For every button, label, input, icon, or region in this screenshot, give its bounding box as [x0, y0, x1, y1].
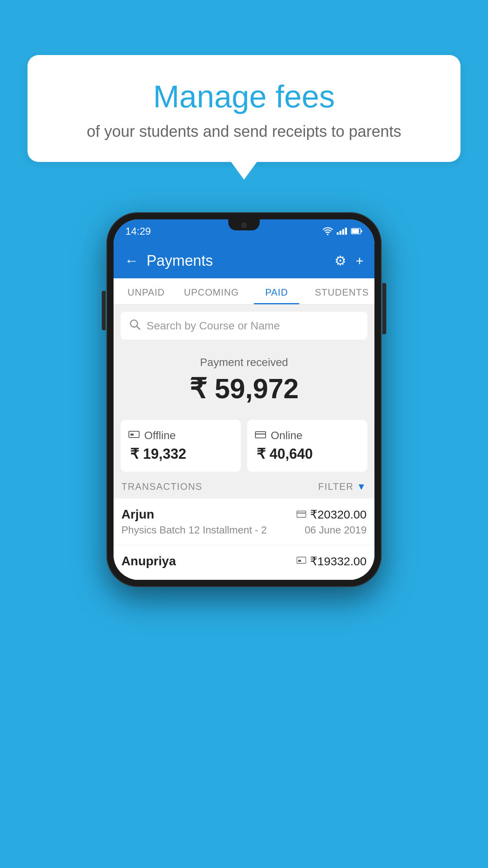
offline-label: Offline [144, 429, 176, 442]
transaction-name: Anupriya [121, 554, 176, 568]
tab-paid[interactable]: PAID [244, 278, 309, 304]
transaction-bottom: Physics Batch 12 Installment - 2 06 June… [121, 524, 367, 536]
bubble-title: Manage fees [51, 79, 437, 115]
offline-amount: ₹ 19,332 [128, 446, 233, 462]
transactions-header: TRANSACTIONS FILTER ▼ [114, 472, 374, 498]
search-placeholder: Search by Course or Name [147, 320, 280, 332]
transaction-amount-wrap: ₹19332.00 [297, 554, 367, 568]
add-button[interactable]: + [356, 253, 363, 268]
phone-outer: 14:29 [106, 212, 382, 587]
notch [228, 219, 260, 230]
content-area: Search by Course or Name Payment receive… [114, 312, 374, 580]
svg-rect-10 [297, 557, 306, 563]
payment-method-icon [297, 509, 306, 520]
phone-screen: 14:29 [114, 219, 374, 580]
status-time: 14:29 [125, 225, 151, 237]
tab-unpaid[interactable]: UNPAID [114, 278, 179, 304]
transaction-name: Arjun [121, 507, 154, 522]
offline-card-header: Offline [128, 429, 233, 442]
settings-button[interactable]: ⚙ [334, 253, 346, 268]
payment-received-label: Payment received [114, 356, 374, 369]
online-card: Online ₹ 40,640 [247, 420, 367, 472]
search-bar[interactable]: Search by Course or Name [121, 312, 367, 340]
status-icons [323, 227, 363, 235]
speech-bubble: Manage fees of your students and send re… [28, 55, 460, 162]
svg-rect-4 [129, 431, 139, 438]
transactions-label: TRANSACTIONS [121, 481, 202, 492]
online-icon [255, 429, 266, 442]
svg-rect-8 [297, 511, 306, 517]
bubble-subtitle: of your students and send receipts to pa… [51, 123, 437, 140]
svg-rect-6 [255, 432, 266, 438]
notch-camera [241, 223, 247, 228]
filter-label: FILTER [318, 481, 354, 492]
transaction-top: Anupriya ₹19332.00 [121, 554, 367, 568]
tab-upcoming[interactable]: UPCOMING [179, 278, 244, 304]
svg-rect-5 [130, 434, 134, 436]
top-bar: ← Payments ⚙ + [114, 243, 374, 278]
table-row[interactable]: Anupriya ₹19332.00 [114, 545, 374, 580]
online-card-header: Online [255, 429, 360, 442]
table-row[interactable]: Arjun ₹20320.00 Physics [114, 498, 374, 545]
top-bar-icons: ⚙ + [334, 253, 363, 268]
payment-method-icon [297, 556, 306, 567]
battery-icon [351, 228, 363, 235]
page-title: Payments [147, 252, 334, 269]
payment-received-section: Payment received ₹ 59,972 [114, 344, 374, 413]
svg-rect-1 [352, 229, 359, 234]
payment-received-amount: ₹ 59,972 [114, 373, 374, 405]
online-amount: ₹ 40,640 [255, 446, 360, 462]
phone-wrapper: 14:29 [106, 212, 382, 587]
svg-line-3 [137, 326, 140, 329]
transaction-top: Arjun ₹20320.00 [121, 507, 367, 522]
online-label: Online [271, 429, 303, 442]
tabs-bar: UNPAID UPCOMING PAID STUDENTS [114, 278, 374, 305]
payment-cards: Offline ₹ 19,332 Online [121, 420, 367, 472]
filter-icon: ▼ [357, 481, 367, 492]
filter-button[interactable]: FILTER ▼ [318, 481, 367, 492]
search-icon [129, 319, 140, 333]
transaction-detail: Physics Batch 12 Installment - 2 [121, 524, 267, 536]
wifi-icon [323, 227, 333, 235]
back-button[interactable]: ← [125, 252, 139, 269]
signal-bars-icon [337, 228, 347, 235]
transaction-amount: ₹20320.00 [310, 508, 367, 521]
svg-rect-11 [298, 560, 301, 562]
transaction-amount: ₹19332.00 [310, 554, 367, 568]
offline-icon [128, 429, 139, 442]
transaction-date: 06 June 2019 [305, 524, 367, 536]
transaction-amount-wrap: ₹20320.00 [297, 508, 367, 521]
tab-students[interactable]: STUDENTS [309, 278, 374, 304]
status-bar: 14:29 [114, 219, 374, 243]
offline-card: Offline ₹ 19,332 [121, 420, 241, 472]
